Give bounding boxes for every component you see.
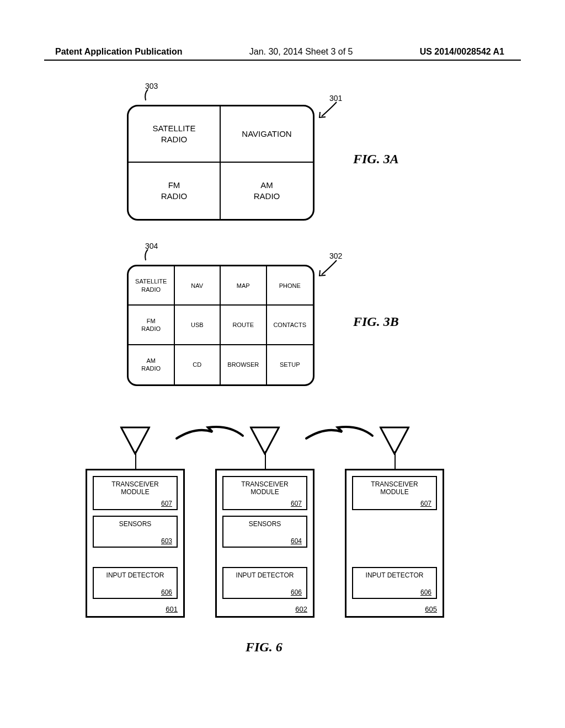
sensors-label: SENSORS xyxy=(249,520,281,528)
ref-603: 603 xyxy=(161,537,172,545)
ref-604: 604 xyxy=(291,537,302,545)
transceiver-module: TRANSCEIVER MODULE 607 xyxy=(222,476,307,510)
ref-607: 607 xyxy=(291,500,302,507)
screen-3b: SATELLITE RADIO NAV MAP PHONE FM RADIO U… xyxy=(127,265,315,386)
input-detector-label: INPUT DETECTOR xyxy=(366,571,424,579)
ref-601: 601 xyxy=(166,605,178,613)
cell-am-radio: AM RADIO xyxy=(129,345,175,384)
lightning-icon xyxy=(174,422,246,444)
input-detector-label: INPUT DETECTOR xyxy=(236,571,294,579)
cell-satellite-radio: SATELLITE RADIO xyxy=(129,106,221,163)
fig-3b-label: FIG. 3B xyxy=(353,314,399,329)
input-detector-module: INPUT DETECTOR 606 xyxy=(93,567,178,599)
ref-605: 605 xyxy=(425,605,437,613)
lightning-icon xyxy=(303,422,375,444)
transceiver-module: TRANSCEIVER MODULE 607 xyxy=(93,476,178,510)
transceiver-label: TRANSCEIVER MODULE xyxy=(241,480,288,496)
sensors-module: SENSORS 603 xyxy=(93,516,178,548)
cell-cd: CD xyxy=(175,345,221,384)
cell-fm-radio: FM RADIO xyxy=(129,306,175,345)
input-detector-module: INPUT DETECTOR 606 xyxy=(222,567,307,599)
device-602: TRANSCEIVER MODULE 607 SENSORS 604 INPUT… xyxy=(215,469,315,618)
cell-usb: USB xyxy=(175,306,221,345)
page-header: Patent Application Publication Jan. 30, … xyxy=(0,0,565,57)
sensors-module: SENSORS 604 xyxy=(222,516,307,548)
cell-contacts: CONTACTS xyxy=(267,306,313,345)
ref-hook-icon xyxy=(142,248,159,265)
header-publication: Patent Application Publication xyxy=(55,47,183,57)
ref-arrow-icon xyxy=(317,101,345,123)
input-detector-label: INPUT DETECTOR xyxy=(106,571,164,579)
patent-page: Patent Application Publication Jan. 30, … xyxy=(0,0,565,728)
cell-satellite-radio: SATELLITE RADIO xyxy=(129,266,175,306)
antenna-line xyxy=(135,451,136,470)
device-601: TRANSCEIVER MODULE 607 SENSORS 603 INPUT… xyxy=(86,469,185,618)
cell-am-radio: AM RADIO xyxy=(221,163,313,219)
ref-606: 606 xyxy=(291,588,302,596)
fig-6-label: FIG. 6 xyxy=(246,640,282,655)
screen-3a: SATELLITE RADIO NAVIGATION FM RADIO AM R… xyxy=(127,105,315,221)
cell-route: ROUTE xyxy=(221,306,267,345)
fig-3a-label: FIG. 3A xyxy=(353,152,399,167)
cell-nav: NAV xyxy=(175,266,221,306)
header-patent-number: US 2014/0028542 A1 xyxy=(420,47,504,57)
device-605: TRANSCEIVER MODULE 607 INPUT DETECTOR 60… xyxy=(345,469,444,618)
antenna-line xyxy=(265,451,266,470)
transceiver-label: TRANSCEIVER MODULE xyxy=(371,480,418,496)
sensors-label: SENSORS xyxy=(119,520,152,528)
cell-map: MAP xyxy=(221,266,267,306)
cell-phone: PHONE xyxy=(267,266,313,306)
transceiver-label: TRANSCEIVER MODULE xyxy=(111,480,158,496)
cell-setup: SETUP xyxy=(267,345,313,384)
cell-fm-radio: FM RADIO xyxy=(129,163,221,219)
ref-607: 607 xyxy=(161,500,172,507)
ref-606: 606 xyxy=(161,588,172,596)
ref-hook-icon xyxy=(142,88,159,105)
fig6-area: TRANSCEIVER MODULE 607 SENSORS 603 INPUT… xyxy=(77,425,497,623)
transceiver-module: TRANSCEIVER MODULE 607 xyxy=(352,476,437,510)
ref-606: 606 xyxy=(420,588,431,596)
cell-navigation: NAVIGATION xyxy=(221,106,313,163)
header-date-sheet: Jan. 30, 2014 Sheet 3 of 5 xyxy=(249,47,353,57)
ref-arrow-icon xyxy=(317,259,345,281)
ref-607: 607 xyxy=(420,500,431,507)
input-detector-module: INPUT DETECTOR 606 xyxy=(352,567,437,599)
antenna-line xyxy=(395,451,396,470)
cell-browser: BROWSER xyxy=(221,345,267,384)
header-divider xyxy=(44,60,521,61)
ref-602: 602 xyxy=(295,605,307,613)
